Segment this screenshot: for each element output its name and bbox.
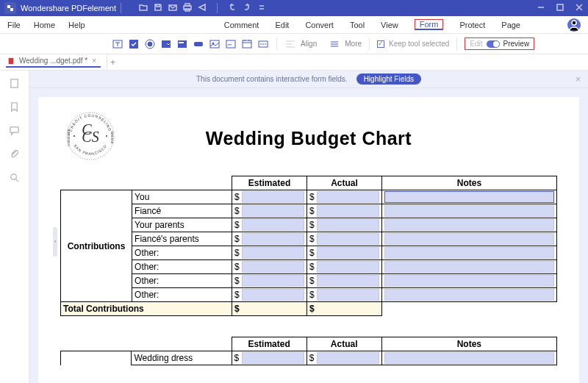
actual-other4-field[interactable] (317, 289, 379, 301)
actual-fianceparents-field[interactable] (317, 233, 379, 245)
svg-rect-4 (557, 4, 563, 10)
actual-yourparents-field[interactable] (317, 219, 379, 231)
col-estimated: Estimated (232, 176, 307, 190)
notes-yourparents-field[interactable] (384, 219, 554, 231)
menu-view[interactable]: View (381, 19, 398, 31)
print-icon[interactable] (183, 3, 192, 13)
close-tab-icon[interactable]: × (92, 57, 96, 65)
estimated-other4-field[interactable] (242, 289, 304, 301)
comments-icon[interactable] (9, 125, 20, 138)
maximize-icon[interactable] (556, 3, 564, 13)
actual-dress-field[interactable] (317, 352, 379, 364)
menu-file[interactable]: File (7, 19, 21, 31)
menu-edit[interactable]: Edit (275, 19, 289, 31)
listbox-icon[interactable] (176, 38, 188, 50)
actual-other3-field[interactable] (317, 275, 379, 287)
actual-fiance-field[interactable] (317, 205, 379, 217)
svg-point-22 (11, 174, 17, 180)
col-notes2: Notes (381, 337, 556, 351)
form-notice-bar: This document contains interactive form … (29, 71, 588, 88)
more-icon[interactable] (329, 38, 340, 50)
image-field-icon[interactable] (209, 38, 220, 50)
estimated-you-field[interactable] (242, 191, 304, 203)
date-field-icon[interactable] (241, 38, 253, 50)
actual-other1-field[interactable] (317, 247, 379, 259)
actual-you-field[interactable] (317, 191, 379, 203)
keep-tool-checkbox[interactable] (377, 40, 384, 48)
thumbnails-icon[interactable] (9, 78, 20, 91)
estimated-fiance-field[interactable] (242, 205, 304, 217)
menu-help[interactable]: Help (68, 19, 85, 31)
search-icon[interactable] (9, 172, 20, 185)
app-name: Wondershare PDFelement (21, 4, 116, 12)
mail-icon[interactable] (168, 3, 177, 13)
notes-you-field[interactable] (384, 191, 554, 203)
menu-protect[interactable]: Protect (459, 19, 485, 31)
notes-fiance-field[interactable] (384, 205, 554, 217)
svg-rect-19 (9, 57, 14, 63)
svg-rect-21 (10, 127, 18, 133)
new-tab-button[interactable]: + (107, 54, 118, 70)
document-title: Wedding Budget Chart (60, 128, 557, 149)
col-notes: Notes (382, 176, 557, 190)
notes-other4-field[interactable] (384, 289, 554, 301)
share-icon[interactable] (198, 3, 207, 13)
estimated-other2-field[interactable] (242, 261, 304, 273)
menu-home[interactable]: Home (34, 19, 55, 31)
menu-tool[interactable]: Tool (350, 19, 365, 31)
checkbox-icon[interactable] (128, 38, 140, 50)
more-label[interactable]: More (345, 40, 362, 48)
actual-other2-field[interactable] (317, 261, 379, 273)
row-fiance: Fiancé (132, 204, 232, 218)
keep-tool-label: Keep tool selected (389, 40, 449, 48)
save-icon[interactable] (154, 3, 162, 13)
row-weddingdress: Wedding dress (132, 351, 232, 365)
menu-comment[interactable]: Comment (224, 19, 259, 31)
attachments-icon[interactable] (9, 148, 20, 162)
form-toolbar: Align More Keep tool selected Edit Previ… (0, 34, 588, 54)
bookmarks-icon[interactable] (9, 101, 20, 115)
document-area: › This document contains interactive for… (29, 71, 588, 383)
notes-other1-field[interactable] (384, 247, 554, 259)
estimated-dress-field[interactable] (242, 352, 304, 364)
estimated-other3-field[interactable] (242, 275, 304, 287)
align-icon[interactable] (284, 38, 296, 50)
estimated-yourparents-field[interactable] (242, 219, 304, 231)
notes-other2-field[interactable] (384, 261, 554, 273)
panel-collapser[interactable]: › (53, 227, 57, 257)
redo-icon[interactable] (243, 3, 251, 13)
tab-bar: Wedding ...dget.pdf * × + (0, 54, 588, 71)
recognize-icon[interactable] (257, 38, 269, 50)
svg-rect-11 (178, 40, 187, 48)
button-icon[interactable] (193, 38, 204, 50)
open-folder-icon[interactable] (139, 3, 148, 13)
menu-form[interactable]: Form (415, 19, 444, 30)
estimated-fianceparents-field[interactable] (242, 233, 304, 245)
document-tab[interactable]: Wedding ...dget.pdf * × (6, 57, 101, 68)
edit-preview-toggle[interactable] (487, 40, 500, 48)
close-notice-icon[interactable]: × (576, 74, 581, 85)
contributions-label: Contributions (61, 190, 132, 302)
dropdown-icon[interactable] (257, 3, 266, 13)
menubar: File Home Help Comment Edit Convert Tool… (0, 16, 588, 34)
menu-page[interactable]: Page (501, 19, 520, 31)
combo-icon[interactable] (160, 38, 172, 50)
signature-icon[interactable] (225, 38, 237, 50)
radio-icon[interactable] (144, 38, 156, 50)
user-avatar-icon[interactable] (567, 18, 581, 32)
contributions-table: Estimated Actual Notes Contributions You… (60, 176, 557, 316)
estimated-other1-field[interactable] (242, 247, 304, 259)
menu-convert[interactable]: Convert (305, 19, 334, 31)
highlight-fields-button[interactable]: Highlight Fields (356, 74, 421, 85)
preview-mode-label[interactable]: Preview (503, 40, 530, 48)
edit-mode-label[interactable]: Edit (470, 40, 482, 48)
notes-fianceparents-field[interactable] (384, 233, 554, 245)
col-estimated2: Estimated (232, 337, 306, 351)
minimize-icon[interactable] (537, 3, 545, 13)
undo-icon[interactable] (228, 3, 237, 13)
svg-point-30 (74, 135, 75, 137)
text-field-icon[interactable] (112, 38, 123, 50)
close-icon[interactable] (575, 3, 584, 13)
notes-dress-field[interactable] (384, 352, 554, 364)
notes-other3-field[interactable] (384, 275, 554, 287)
